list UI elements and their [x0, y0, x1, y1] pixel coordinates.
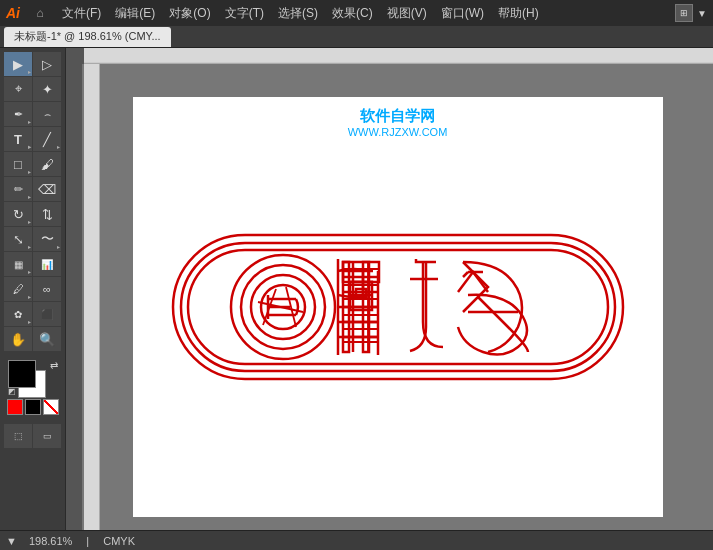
scale-tool[interactable]: ⤡▸: [4, 227, 32, 251]
status-color-mode: CMYK: [103, 535, 135, 547]
type-tool[interactable]: T▸: [4, 127, 32, 151]
status-zoom: ▼: [6, 535, 17, 547]
toolbar-icons: ⊞ ▼: [675, 4, 707, 22]
magic-wand-tool[interactable]: ✦: [33, 77, 61, 101]
home-icon[interactable]: ⌂: [30, 3, 50, 23]
status-separator: |: [86, 535, 89, 547]
color-area: ⇄ ◩: [2, 356, 63, 419]
fill-stroke-swatches[interactable]: ⇄ ◩: [8, 360, 58, 396]
blend-tool[interactable]: ∞: [33, 277, 61, 301]
main-area: ▶▸ ▷ ⌖ ✦ ✒▸ ⌢ T▸ ╱▸ □▸ 🖌 ✏▸ ⌫ ↻▸ ⇅ ⤡▸ 〜: [0, 48, 713, 550]
direct-select-tool[interactable]: ▷: [33, 52, 61, 76]
hand-tool[interactable]: ✋: [4, 327, 32, 351]
line-tool[interactable]: ╱▸: [33, 127, 61, 151]
svg-rect-2: [181, 243, 615, 371]
dropdown-arrow[interactable]: ▼: [697, 8, 707, 19]
lasso-tool[interactable]: ⌖: [4, 77, 32, 101]
menu-file[interactable]: 文件(F): [56, 3, 107, 24]
paintbrush-tool[interactable]: 🖌: [33, 152, 61, 176]
horizontal-ruler: [84, 48, 713, 64]
menu-object[interactable]: 对象(O): [163, 3, 216, 24]
ai-logo: Ai: [6, 5, 20, 21]
menu-window[interactable]: 窗口(W): [435, 3, 490, 24]
column-graph-tool[interactable]: ⬛: [33, 302, 61, 326]
swap-fill-stroke-icon[interactable]: ⇄: [50, 360, 58, 371]
color-mode-row: [7, 399, 59, 415]
logo-artwork: .logo-stroke { fill: none; stroke: #cc00…: [168, 227, 628, 387]
watermark: 软件自学网 WWW.RJZXW.COM: [133, 107, 663, 138]
select-tool[interactable]: ▶▸: [4, 52, 32, 76]
menu-effect[interactable]: 效果(C): [326, 3, 379, 24]
eyedropper-tool[interactable]: 🖊▸: [4, 277, 32, 301]
status-zoom-value: 198.61%: [29, 535, 72, 547]
document-canvas: 软件自学网 WWW.RJZXW.COM .logo-stroke { fill:…: [133, 97, 663, 517]
menu-edit[interactable]: 编辑(E): [109, 3, 161, 24]
pencil-tool[interactable]: ✏▸: [4, 177, 32, 201]
change-screen-mode[interactable]: ⬚: [4, 424, 32, 448]
canvas-area: 软件自学网 WWW.RJZXW.COM .logo-stroke { fill:…: [82, 64, 713, 550]
fill-color-btn[interactable]: [7, 399, 23, 415]
menu-select[interactable]: 选择(S): [272, 3, 324, 24]
symbol-sprayer-tool[interactable]: ✿▸: [4, 302, 32, 326]
menu-text[interactable]: 文字(T): [219, 3, 270, 24]
title-bar: Ai ⌂ 文件(F) 编辑(E) 对象(O) 文字(T) 选择(S) 效果(C)…: [0, 0, 713, 26]
screen-mode-btn[interactable]: ▭: [33, 424, 61, 448]
curvature-tool[interactable]: ⌢: [33, 102, 61, 126]
eraser-tool[interactable]: ⌫: [33, 177, 61, 201]
none-color-btn[interactable]: [43, 399, 59, 415]
pen-tool[interactable]: ✒▸: [4, 102, 32, 126]
status-bar: ▼ 198.61% | CMYK: [0, 530, 713, 550]
watermark-line1: 软件自学网: [133, 107, 663, 126]
watermark-line2: WWW.RJZXW.COM: [133, 126, 663, 138]
vertical-ruler: [84, 64, 100, 530]
menu-help[interactable]: 帮助(H): [492, 3, 545, 24]
menu-bar: 文件(F) 编辑(E) 对象(O) 文字(T) 选择(S) 效果(C) 视图(V…: [56, 3, 669, 24]
left-toolbar: ▶▸ ▷ ⌖ ✦ ✒▸ ⌢ T▸ ╱▸ □▸ 🖌 ✏▸ ⌫ ↻▸ ⇅ ⤡▸ 〜: [0, 48, 66, 550]
rotate-tool[interactable]: ↻▸: [4, 202, 32, 226]
grid-view-icon[interactable]: ⊞: [675, 4, 693, 22]
stroke-color-btn[interactable]: [25, 399, 41, 415]
doc-tab-bar: 未标题-1* @ 198.61% (CMY...: [0, 26, 713, 48]
bar-graph-tool[interactable]: 📊: [33, 252, 61, 276]
graph-tool[interactable]: ▦▸: [4, 252, 32, 276]
warp-tool[interactable]: 〜▸: [33, 227, 61, 251]
document-tab[interactable]: 未标题-1* @ 198.61% (CMY...: [4, 27, 171, 47]
zoom-tool[interactable]: 🔍: [33, 327, 61, 351]
menu-view[interactable]: 视图(V): [381, 3, 433, 24]
fill-swatch[interactable]: [8, 360, 36, 388]
default-colors-icon[interactable]: ◩: [8, 387, 16, 396]
svg-line-14: [258, 302, 303, 312]
reflect-tool[interactable]: ⇅: [33, 202, 61, 226]
rectangle-tool[interactable]: □▸: [4, 152, 32, 176]
